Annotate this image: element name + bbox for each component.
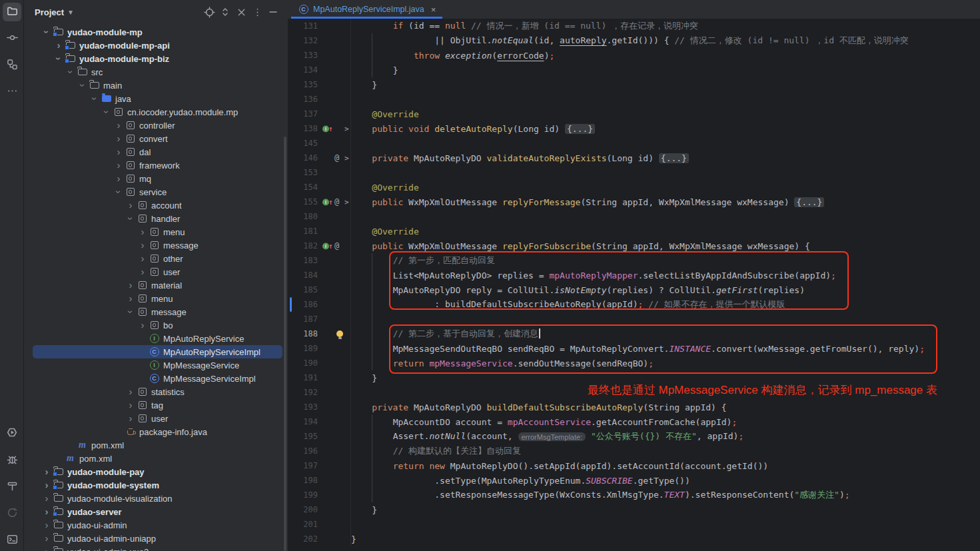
code-text[interactable]: .setResponseMessageType(WxConsts.XmlMsgT… xyxy=(351,489,980,501)
code-text[interactable]: @Override xyxy=(351,109,980,119)
close-icon[interactable]: × xyxy=(431,5,436,15)
chevron-down-icon[interactable]: ▼ xyxy=(67,9,74,16)
overrides-method-icon[interactable]: I↑ xyxy=(322,198,333,207)
hide-panel-button[interactable] xyxy=(265,4,281,20)
chevron-expanded-icon[interactable]: › xyxy=(112,186,125,198)
chevron-collapsed-icon[interactable]: › xyxy=(113,119,125,132)
code-text[interactable]: || ObjUtil.notEqual(id, autoReply.getId(… xyxy=(351,35,980,47)
code-text[interactable]: } xyxy=(351,80,980,90)
chevron-expanded-icon[interactable]: › xyxy=(52,53,65,65)
fold-arrow-icon[interactable]: > xyxy=(344,155,349,162)
tab-mpautoreplyserviceimpl[interactable]: C MpAutoReplyServiceImpl.java × xyxy=(291,0,442,19)
tree-item-framework[interactable]: ›framework xyxy=(24,159,288,172)
vcs-change-marker[interactable] xyxy=(290,297,292,312)
tree-item-yudao-ui-admin-vue3[interactable]: ›yudao-ui-admin-vue3 xyxy=(24,545,288,551)
tree-item-yudao-ui-admin[interactable]: ›yudao-ui-admin xyxy=(24,518,288,532)
code-text[interactable]: Assert.notNull(account, errorMsgTemplate… xyxy=(351,430,980,442)
project-tool-button[interactable] xyxy=(3,3,21,21)
tree-item-main[interactable]: ›main xyxy=(24,79,288,92)
tree-item-yudao-module-system[interactable]: ›yudao-module-system xyxy=(24,478,288,492)
tree-item-mpautoreplyservice[interactable]: ›IMpAutoReplyService xyxy=(24,332,288,345)
tree-item-message[interactable]: ›message xyxy=(24,239,288,252)
chevron-collapsed-icon[interactable]: › xyxy=(137,265,149,278)
chevron-collapsed-icon[interactable]: › xyxy=(41,545,53,551)
tree-item-account[interactable]: ›account xyxy=(24,199,288,212)
chevron-collapsed-icon[interactable]: › xyxy=(53,39,65,52)
tree-scrollbar[interactable] xyxy=(284,137,286,551)
tree-item-yudao-module-mp-api[interactable]: ›yudao-module-mp-api xyxy=(24,39,288,52)
code-text[interactable]: private MpAutoReplyDO buildDefaultSubscr… xyxy=(351,402,980,412)
tree-item-other[interactable]: ›other xyxy=(24,252,288,265)
chevron-expanded-icon[interactable]: › xyxy=(124,306,137,318)
annotation-gutter-icon[interactable]: @ xyxy=(334,154,339,162)
tree-item-mpautoreplyserviceimpl[interactable]: ›CMpAutoReplyServiceImpl xyxy=(24,345,288,358)
locate-file-button[interactable] xyxy=(201,4,217,20)
tree-item-mq[interactable]: ›mq xyxy=(24,172,288,185)
code-text[interactable]: } xyxy=(351,65,980,75)
code-text[interactable]: throw exception(errorCode); xyxy=(351,51,980,61)
tree-item-yudao-module-mp-biz[interactable]: ›yudao-module-mp-biz xyxy=(24,52,288,65)
code-text[interactable]: if (id == null // 情况一，新增 (id == null) ，存… xyxy=(351,20,980,32)
tree-item-controller[interactable]: ›controller xyxy=(24,119,288,132)
chevron-expanded-icon[interactable]: › xyxy=(88,93,101,105)
overrides-method-icon[interactable]: I↑ xyxy=(322,125,333,133)
tree-item-menu[interactable]: ›menu xyxy=(24,225,288,239)
annotation-gutter-icon[interactable]: @ xyxy=(334,242,339,250)
tree-item-service[interactable]: ›service xyxy=(24,185,288,199)
code-text[interactable]: public WxMpXmlOutMessage replyForSubscri… xyxy=(351,241,980,251)
chevron-collapsed-icon[interactable]: › xyxy=(125,412,137,425)
code-text[interactable]: } xyxy=(351,373,980,383)
chevron-collapsed-icon[interactable]: › xyxy=(137,318,149,332)
chevron-collapsed-icon[interactable]: › xyxy=(125,385,137,398)
tree-item-yudao-module-mp[interactable]: ›yudao-module-mp xyxy=(24,25,288,39)
tree-item-pom-xml[interactable]: ›mpom.xml xyxy=(24,452,288,465)
code-text[interactable]: private MpAutoReplyDO validateAutoReplyE… xyxy=(351,153,980,163)
services-tool-button[interactable] xyxy=(3,424,21,443)
code-text[interactable]: } xyxy=(351,534,980,544)
tree-item-message[interactable]: ›message xyxy=(24,305,288,318)
chevron-collapsed-icon[interactable]: › xyxy=(41,465,53,478)
code-text[interactable]: public void deleteAutoReply(Long id) {..… xyxy=(351,124,980,134)
options-kebab-button[interactable] xyxy=(249,4,265,20)
overrides-method-icon[interactable]: I↑ xyxy=(322,242,333,251)
tree-item-dal[interactable]: ›dal xyxy=(24,145,288,159)
code-text[interactable]: // 构建默认的【关注】自动回复 xyxy=(351,445,980,457)
chevron-collapsed-icon[interactable]: › xyxy=(125,278,137,292)
terminal-tool-button[interactable] xyxy=(3,531,21,550)
chevron-collapsed-icon[interactable]: › xyxy=(41,478,53,492)
tree-item-yudao-ui-admin-uniapp[interactable]: ›yudao-ui-admin-uniapp xyxy=(24,532,288,545)
expand-collapse-button[interactable] xyxy=(217,4,233,20)
tree-item-yudao-server[interactable]: ›yudao-server xyxy=(24,505,288,518)
tree-item-pom-xml[interactable]: ›mpom.xml xyxy=(24,438,288,452)
updates-tool-button[interactable] xyxy=(3,504,21,523)
chevron-collapsed-icon[interactable]: › xyxy=(125,398,137,412)
tree-item-convert[interactable]: ›convert xyxy=(24,132,288,145)
code-text[interactable]: } xyxy=(351,505,980,515)
chevron-collapsed-icon[interactable]: › xyxy=(41,505,53,518)
chevron-collapsed-icon[interactable]: › xyxy=(41,518,53,532)
chevron-collapsed-icon[interactable]: › xyxy=(137,225,149,239)
tree-item-mpmessageservice[interactable]: ›IMpMessageService xyxy=(24,358,288,372)
chevron-expanded-icon[interactable]: › xyxy=(40,26,53,38)
collapse-all-button[interactable] xyxy=(233,4,249,20)
chevron-expanded-icon[interactable]: › xyxy=(100,106,113,118)
structure-tool-button[interactable] xyxy=(3,56,21,75)
debug-tool-button[interactable] xyxy=(3,451,21,470)
tree-item-tag[interactable]: ›tag xyxy=(24,398,288,412)
chevron-collapsed-icon[interactable]: › xyxy=(137,239,149,252)
chevron-collapsed-icon[interactable]: › xyxy=(41,492,53,505)
project-panel-title[interactable]: Project xyxy=(35,7,64,17)
tree-item-bo[interactable]: ›bo xyxy=(24,318,288,332)
commit-tool-button[interactable] xyxy=(3,29,21,48)
tree-item-cn-iocoder-yudao-module-mp[interactable]: ›cn.iocoder.yudao.module.mp xyxy=(24,105,288,119)
chevron-collapsed-icon[interactable]: › xyxy=(113,132,125,145)
chevron-collapsed-icon[interactable]: › xyxy=(125,292,137,305)
chevron-collapsed-icon[interactable]: › xyxy=(41,532,53,545)
tree-item-src[interactable]: ›src xyxy=(24,65,288,79)
tree-item-mpmessageserviceimpl[interactable]: ›CMpMessageServiceImpl xyxy=(24,372,288,385)
tree-item-yudao-module-pay[interactable]: ›yudao-module-pay xyxy=(24,465,288,478)
annotation-gutter-icon[interactable]: @ xyxy=(334,198,339,206)
chevron-expanded-icon[interactable]: › xyxy=(76,79,89,91)
code-text[interactable]: MpAccountDO account = mpAccountService.g… xyxy=(351,417,980,427)
tree-item-handler[interactable]: ›handler xyxy=(24,212,288,225)
